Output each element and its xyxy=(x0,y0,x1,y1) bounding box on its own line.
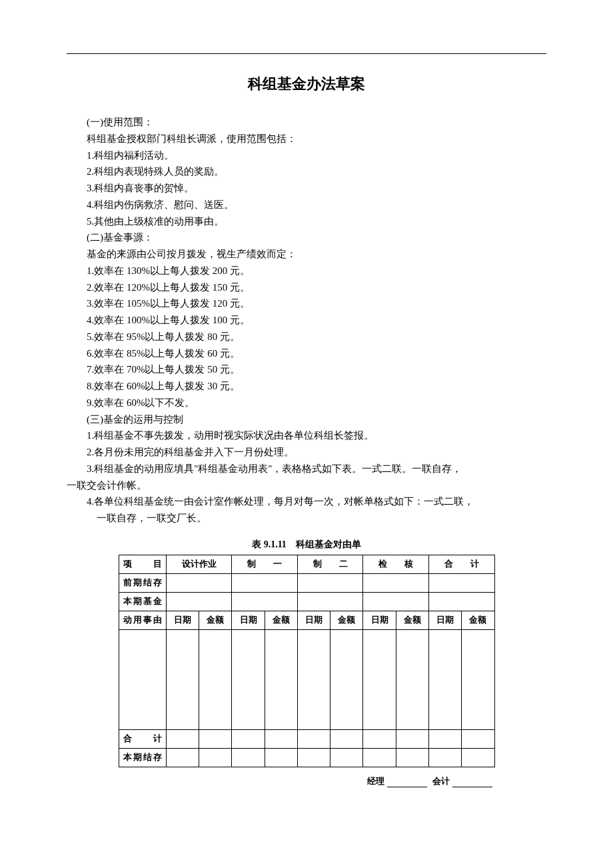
cell xyxy=(297,592,363,611)
cell xyxy=(166,573,232,592)
row-period-balance: 本期结存 xyxy=(119,748,494,767)
divider-line xyxy=(67,53,546,54)
sub-amount: 金额 xyxy=(462,611,494,629)
cell xyxy=(363,729,396,748)
cell xyxy=(199,729,232,748)
cell xyxy=(265,748,297,767)
row-usage-header: 动用事由 日期 金额 日期 金额 日期 金额 日期 金额 日期 金额 xyxy=(119,611,494,629)
hdr-item: 项 目 xyxy=(119,555,166,573)
s2-item-1: 1.效率在 130%以上每人拨发 200 元。 xyxy=(67,263,546,279)
s2-item-8: 8.效率在 60%以上每人拨发 30 元。 xyxy=(67,378,546,395)
section-2-header: (二)基金事源： xyxy=(67,229,546,246)
s1-item-3: 3.科组内喜丧事的贺悼。 xyxy=(67,180,546,197)
table-caption: 表 9.1.11 科组基金对由单 xyxy=(67,539,546,551)
s2-item-2: 2.效率在 120%以上每人拨发 150 元。 xyxy=(67,279,546,296)
cell xyxy=(330,729,363,748)
hdr-check: 检 核 xyxy=(363,555,429,573)
cell-total-label: 合 计 xyxy=(119,729,166,748)
s1-item-1: 1.科组内福利活动。 xyxy=(67,147,546,164)
sub-date: 日期 xyxy=(232,611,265,629)
cell xyxy=(265,629,297,729)
cell xyxy=(428,629,461,729)
section-1-header: (一)使用范围： xyxy=(67,114,546,131)
cell xyxy=(428,729,461,748)
cell xyxy=(396,748,428,767)
cell xyxy=(232,729,265,748)
s2-item-9: 9.效率在 60%以下不发。 xyxy=(67,395,546,411)
cell xyxy=(363,748,396,767)
cell-usage-label: 动用事由 xyxy=(119,611,166,629)
signature-manager-label: 经理 xyxy=(367,776,384,786)
cell xyxy=(462,629,494,729)
sub-amount: 金额 xyxy=(330,611,363,629)
hdr-prod2: 制 二 xyxy=(297,555,363,573)
sub-date: 日期 xyxy=(297,611,330,629)
row-prev-balance: 前期结存 xyxy=(119,573,494,592)
signature-accountant-blank xyxy=(452,787,492,787)
cell xyxy=(363,629,396,729)
cell xyxy=(428,748,461,767)
cell xyxy=(363,592,429,611)
s3-item-2: 2.各月份未用完的科组基金并入下一月份处理。 xyxy=(67,444,546,461)
cell xyxy=(462,748,494,767)
sub-date: 日期 xyxy=(363,611,396,629)
s3-item-3b: 一联交会计作帐。 xyxy=(67,477,546,494)
sub-date: 日期 xyxy=(428,611,461,629)
cell xyxy=(428,592,494,611)
cell xyxy=(119,629,166,729)
page-title: 科组基金办法草案 xyxy=(67,74,546,94)
cell xyxy=(232,592,298,611)
section-1-intro: 科组基金授权部门科组长调派，使用范围包括： xyxy=(67,131,546,147)
cell-period-balance-label: 本期结存 xyxy=(119,748,166,767)
s2-item-7: 7.效率在 70%以上每人拨发 50 元。 xyxy=(67,361,546,378)
row-usage-data xyxy=(119,629,494,729)
s3-item-4b: 一联自存，一联交厂长。 xyxy=(67,510,546,527)
cell xyxy=(297,573,363,592)
cell xyxy=(166,629,199,729)
cell xyxy=(232,748,265,767)
sub-amount: 金额 xyxy=(265,611,297,629)
s2-item-3: 3.效率在 105%以上每人拨发 120 元。 xyxy=(67,295,546,312)
sub-amount: 金额 xyxy=(199,611,232,629)
s3-item-4a: 4.各单位科组基金统一由会计室作帐处理，每月对每一次，对帐单格式如下：一式二联， xyxy=(67,493,546,510)
hdr-prod1: 制 一 xyxy=(232,555,298,573)
row-total: 合 计 xyxy=(119,729,494,748)
s2-item-4: 4.效率在 100%以上每人拨发 100 元。 xyxy=(67,312,546,329)
cell xyxy=(396,629,428,729)
s2-item-6: 6.效率在 85%以上每人拨发 60 元。 xyxy=(67,345,546,362)
cell-current-fund-label: 本期基金 xyxy=(119,592,166,611)
cell xyxy=(428,573,494,592)
cell xyxy=(166,592,232,611)
cell xyxy=(297,729,330,748)
cell xyxy=(396,729,428,748)
signature-manager-blank xyxy=(387,787,427,787)
cell xyxy=(297,629,330,729)
cell xyxy=(199,629,232,729)
sub-amount: 金额 xyxy=(396,611,428,629)
cell xyxy=(232,573,298,592)
section-3-header: (三)基金的运用与控制 xyxy=(67,411,546,428)
cell xyxy=(330,748,363,767)
document-body: (一)使用范围： 科组基金授权部门科组长调派，使用范围包括： 1.科组内福利活动… xyxy=(67,114,546,527)
s1-item-2: 2.科组内表现特殊人员的奖励。 xyxy=(67,163,546,180)
s2-item-5: 5.效率在 95%以上每人拨发 80 元。 xyxy=(67,329,546,345)
table-header-row: 项 目 设计作业 制 一 制 二 检 核 合 计 xyxy=(119,555,494,573)
cell xyxy=(363,573,429,592)
cell xyxy=(166,748,199,767)
s3-item-1: 1.科组基金不事先拨发，动用时视实际状况由各单位科组长签报。 xyxy=(67,427,546,444)
row-current-fund: 本期基金 xyxy=(119,592,494,611)
cell xyxy=(199,748,232,767)
signature-line: 经理 会计 xyxy=(119,775,495,787)
cell xyxy=(297,748,330,767)
cell-prev-balance-label: 前期结存 xyxy=(119,573,166,592)
hdr-design: 设计作业 xyxy=(166,555,232,573)
cell xyxy=(462,729,494,748)
sub-date: 日期 xyxy=(166,611,199,629)
s3-item-3a: 3.科组基金的动用应填具"科组基金动用表"，表格格式如下表。一式二联。一联自存， xyxy=(67,461,546,477)
s1-item-4: 4.科组内伤病救济、慰问、送医。 xyxy=(67,197,546,213)
hdr-total: 合 计 xyxy=(428,555,494,573)
fund-table: 项 目 设计作业 制 一 制 二 检 核 合 计 前期结存 本期基金 动用事由 … xyxy=(119,555,495,767)
s1-item-5: 5.其他由上级核准的动用事由。 xyxy=(67,213,546,230)
cell xyxy=(330,629,363,729)
cell xyxy=(232,629,265,729)
